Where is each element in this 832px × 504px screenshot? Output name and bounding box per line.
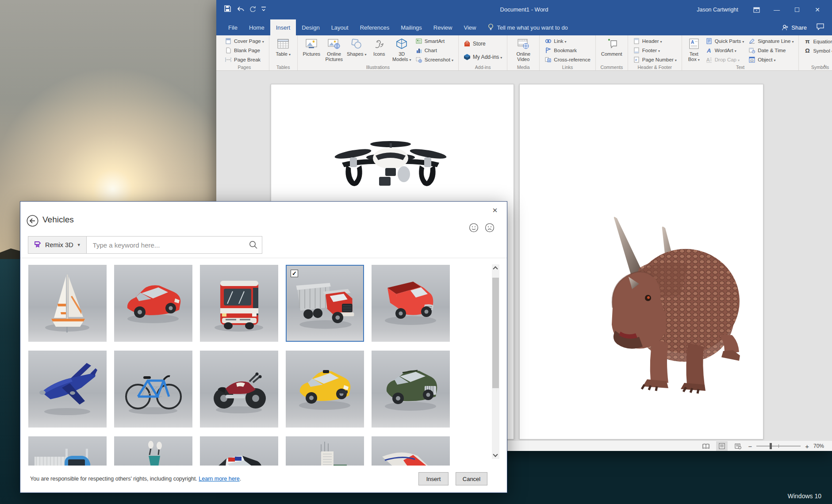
ribbon-group-addins: Store My Add-ins Add-ins bbox=[459, 35, 507, 70]
minimize-button[interactable]: — bbox=[767, 0, 787, 19]
tile-green-suv[interactable] bbox=[372, 351, 450, 428]
scroll-up-icon[interactable] bbox=[493, 266, 498, 271]
tile-yellow-taxi[interactable] bbox=[286, 351, 364, 428]
zoom-in-button[interactable]: + bbox=[805, 443, 809, 450]
icons-label: Icons bbox=[373, 51, 385, 57]
scroll-down-icon[interactable] bbox=[493, 452, 498, 457]
read-mode-icon[interactable] bbox=[700, 441, 712, 451]
print-layout-icon[interactable] bbox=[716, 441, 728, 451]
text-box-button[interactable]: A Text Box bbox=[686, 37, 702, 64]
search-icon[interactable] bbox=[249, 240, 258, 251]
icons-icon bbox=[372, 37, 386, 50]
link-button[interactable]: Link bbox=[543, 37, 591, 46]
provider-label: Remix 3D bbox=[45, 241, 73, 248]
tile-teal-scooter[interactable] bbox=[114, 436, 192, 466]
feedback-sad-icon[interactable] bbox=[485, 223, 495, 234]
comment-button[interactable]: Comment bbox=[599, 37, 624, 64]
signature-line-label: Signature Line bbox=[758, 38, 794, 44]
ribbon-display-options-icon[interactable] bbox=[746, 0, 767, 19]
close-button[interactable]: ✕ bbox=[807, 0, 828, 19]
tile-sailboat[interactable] bbox=[28, 265, 107, 342]
store-icon bbox=[464, 40, 471, 47]
date-time-button[interactable]: Date & Time bbox=[747, 46, 795, 55]
store-button[interactable]: Store bbox=[462, 38, 503, 49]
document-page-2[interactable] bbox=[519, 84, 763, 439]
tile-red-pickup-truck[interactable] bbox=[372, 265, 450, 342]
feedback-comment-icon[interactable] bbox=[817, 23, 824, 31]
cancel-button[interactable]: Cancel bbox=[456, 472, 487, 485]
bookmark-button[interactable]: Bookmark bbox=[543, 46, 591, 55]
shapes-button[interactable]: Shapes bbox=[346, 37, 367, 64]
tile-red-train[interactable] bbox=[372, 436, 450, 466]
insert-button[interactable]: Insert bbox=[418, 472, 449, 485]
scrollbar-thumb[interactable] bbox=[492, 278, 499, 388]
zoom-level[interactable]: 70% bbox=[813, 443, 828, 449]
chart-button[interactable]: Chart bbox=[414, 46, 455, 55]
page-number-button[interactable]: # Page Number bbox=[632, 55, 678, 64]
chart-icon bbox=[415, 47, 422, 54]
web-layout-icon[interactable] bbox=[732, 441, 744, 451]
tab-view[interactable]: View bbox=[458, 19, 482, 35]
table-button[interactable]: Table bbox=[273, 37, 294, 64]
pictures-icon bbox=[305, 37, 318, 50]
tile-blue-airplane[interactable] bbox=[28, 351, 107, 428]
blank-page-button[interactable]: Blank Page bbox=[223, 46, 265, 55]
tile-red-sedan[interactable] bbox=[114, 265, 192, 342]
tile-container-ship[interactable] bbox=[286, 436, 364, 466]
tile-checkbox[interactable]: ✓ bbox=[291, 270, 298, 277]
provider-dropdown[interactable]: Remix 3D ▼ bbox=[28, 236, 86, 254]
3d-models-button[interactable]: 3D Models bbox=[391, 37, 412, 64]
online-video-button[interactable]: Online Video bbox=[511, 37, 536, 64]
signature-line-button[interactable]: Signature Line bbox=[747, 37, 795, 46]
cover-page-button[interactable]: Cover Page bbox=[223, 37, 265, 46]
tab-review[interactable]: Review bbox=[428, 19, 458, 35]
symbol-button[interactable]: Ω Symbol bbox=[802, 46, 832, 55]
tile-police-car[interactable] bbox=[200, 436, 278, 466]
tab-layout[interactable]: Layout bbox=[326, 19, 354, 35]
icons-button[interactable]: Icons bbox=[369, 37, 390, 64]
wordart-button[interactable]: A WordArt bbox=[704, 46, 745, 55]
zoom-out-button[interactable]: − bbox=[748, 443, 752, 450]
tab-home[interactable]: Home bbox=[243, 19, 270, 35]
zoom-slider-thumb[interactable] bbox=[770, 443, 772, 449]
tab-mailings[interactable]: Mailings bbox=[395, 19, 428, 35]
pictures-button[interactable]: Pictures bbox=[301, 37, 322, 64]
tab-references[interactable]: References bbox=[354, 19, 395, 35]
tell-me-box[interactable]: Tell me what you want to do bbox=[488, 19, 567, 35]
cross-reference-button[interactable]: Cross-reference bbox=[543, 55, 591, 64]
tab-insert[interactable]: Insert bbox=[270, 19, 296, 35]
header-button[interactable]: Header bbox=[632, 37, 678, 46]
tab-design[interactable]: Design bbox=[296, 19, 325, 35]
back-button[interactable] bbox=[27, 215, 38, 229]
share-button[interactable]: Share bbox=[782, 24, 807, 31]
smartart-button[interactable]: SmartArt bbox=[414, 37, 455, 46]
page-break-button[interactable]: Page Break bbox=[223, 55, 265, 64]
dialog-close-icon[interactable]: ✕ bbox=[489, 205, 501, 216]
drop-cap-button[interactable]: A Drop Cap bbox=[704, 55, 745, 64]
zoom-slider[interactable] bbox=[756, 446, 801, 447]
search-input[interactable] bbox=[86, 236, 262, 254]
feedback-happy-icon[interactable] bbox=[469, 223, 479, 234]
maximize-button[interactable]: ☐ bbox=[787, 0, 807, 19]
my-addins-button[interactable]: My Add-ins bbox=[462, 52, 503, 62]
group-label-links: Links bbox=[540, 65, 595, 70]
tile-red-bus[interactable] bbox=[200, 265, 278, 342]
screenshot-button[interactable]: Screenshot bbox=[414, 55, 455, 64]
tile-blue-semi-truck[interactable] bbox=[28, 436, 107, 466]
tile-motorcycle[interactable] bbox=[200, 351, 278, 428]
tile-red-dump-truck[interactable]: ✓ bbox=[286, 265, 364, 342]
object-button[interactable]: Object bbox=[747, 55, 795, 64]
drop-cap-label: Drop Cap bbox=[715, 57, 740, 62]
collapse-ribbon-icon[interactable]: ˄ bbox=[823, 64, 826, 69]
online-pictures-button[interactable]: Online Pictures bbox=[324, 37, 345, 64]
tab-file[interactable]: File bbox=[222, 19, 243, 35]
quick-parts-button[interactable]: Quick Parts bbox=[704, 37, 745, 46]
object-label: Object bbox=[758, 57, 775, 62]
footer-button[interactable]: Footer bbox=[632, 46, 678, 55]
grid-scrollbar[interactable] bbox=[492, 264, 499, 459]
cross-reference-icon bbox=[544, 56, 552, 63]
tile-blue-bicycle[interactable] bbox=[114, 351, 192, 428]
learn-more-link[interactable]: Learn more here bbox=[199, 476, 239, 482]
equation-button[interactable]: π Equation bbox=[802, 37, 832, 46]
header-label: Header bbox=[642, 38, 662, 44]
